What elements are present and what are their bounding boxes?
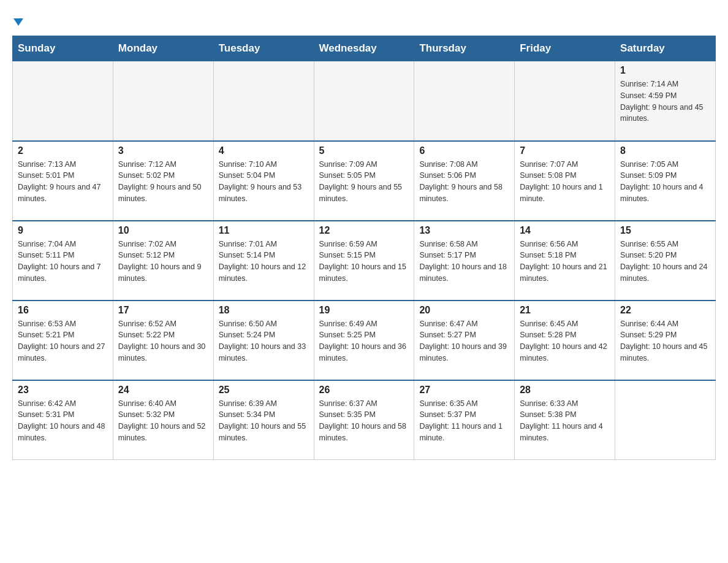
calendar-cell: 12Sunrise: 6:59 AMSunset: 5:15 PMDayligh…	[314, 221, 414, 301]
calendar-cell: 5Sunrise: 7:09 AMSunset: 5:05 PMDaylight…	[314, 141, 414, 221]
calendar-table: SundayMondayTuesdayWednesdayThursdayFrid…	[12, 36, 716, 460]
day-number: 21	[520, 305, 610, 316]
calendar-cell: 4Sunrise: 7:10 AMSunset: 5:04 PMDaylight…	[213, 141, 314, 221]
calendar-cell: 14Sunrise: 6:56 AMSunset: 5:18 PMDayligh…	[515, 221, 615, 301]
calendar-cell	[414, 61, 515, 141]
calendar-cell: 11Sunrise: 7:01 AMSunset: 5:14 PMDayligh…	[213, 221, 314, 301]
day-number: 15	[620, 225, 710, 236]
calendar-cell: 6Sunrise: 7:08 AMSunset: 5:06 PMDaylight…	[414, 141, 515, 221]
calendar-cell: 3Sunrise: 7:12 AMSunset: 5:02 PMDaylight…	[113, 141, 213, 221]
calendar-week-row: 23Sunrise: 6:42 AMSunset: 5:31 PMDayligh…	[13, 380, 716, 460]
day-info: Sunrise: 6:42 AMSunset: 5:31 PMDaylight:…	[18, 398, 108, 444]
day-number: 28	[520, 385, 610, 396]
day-info: Sunrise: 7:13 AMSunset: 5:01 PMDaylight:…	[18, 159, 108, 205]
day-number: 11	[219, 225, 309, 236]
calendar-cell: 2Sunrise: 7:13 AMSunset: 5:01 PMDaylight…	[13, 141, 113, 221]
day-info: Sunrise: 6:35 AMSunset: 5:37 PMDaylight:…	[419, 398, 509, 444]
day-info: Sunrise: 6:33 AMSunset: 5:38 PMDaylight:…	[520, 398, 610, 444]
day-info: Sunrise: 6:52 AMSunset: 5:22 PMDaylight:…	[118, 318, 208, 364]
calendar-cell	[515, 61, 615, 141]
day-number: 8	[620, 145, 710, 156]
page-header	[12, 12, 716, 29]
calendar-cell: 24Sunrise: 6:40 AMSunset: 5:32 PMDayligh…	[113, 380, 213, 460]
day-number: 4	[219, 145, 309, 156]
day-number: 12	[319, 225, 409, 236]
calendar-cell: 17Sunrise: 6:52 AMSunset: 5:22 PMDayligh…	[113, 301, 213, 380]
day-number: 6	[419, 145, 509, 156]
day-number: 19	[319, 305, 409, 316]
day-number: 5	[319, 145, 409, 156]
calendar-cell: 26Sunrise: 6:37 AMSunset: 5:35 PMDayligh…	[314, 380, 414, 460]
day-info: Sunrise: 7:02 AMSunset: 5:12 PMDaylight:…	[118, 239, 208, 285]
day-info: Sunrise: 6:45 AMSunset: 5:28 PMDaylight:…	[520, 318, 610, 364]
day-info: Sunrise: 6:40 AMSunset: 5:32 PMDaylight:…	[118, 398, 208, 444]
day-number: 9	[18, 225, 108, 236]
day-info: Sunrise: 6:55 AMSunset: 5:20 PMDaylight:…	[620, 239, 710, 285]
day-info: Sunrise: 7:09 AMSunset: 5:05 PMDaylight:…	[319, 159, 409, 205]
calendar-cell: 25Sunrise: 6:39 AMSunset: 5:34 PMDayligh…	[213, 380, 314, 460]
day-number: 25	[219, 385, 309, 396]
calendar-header-sunday: Sunday	[13, 36, 113, 61]
calendar-cell	[615, 380, 716, 460]
day-number: 10	[118, 225, 208, 236]
calendar-week-row: 9Sunrise: 7:04 AMSunset: 5:11 PMDaylight…	[13, 221, 716, 301]
day-info: Sunrise: 7:10 AMSunset: 5:04 PMDaylight:…	[219, 159, 309, 205]
day-number: 27	[419, 385, 509, 396]
calendar-cell	[113, 61, 213, 141]
calendar-cell: 7Sunrise: 7:07 AMSunset: 5:08 PMDaylight…	[515, 141, 615, 221]
day-number: 20	[419, 305, 509, 316]
day-number: 26	[319, 385, 409, 396]
day-number: 23	[18, 385, 108, 396]
calendar-header-thursday: Thursday	[414, 36, 515, 61]
day-number: 17	[118, 305, 208, 316]
calendar-cell: 8Sunrise: 7:05 AMSunset: 5:09 PMDaylight…	[615, 141, 716, 221]
calendar-cell	[13, 61, 113, 141]
calendar-cell: 18Sunrise: 6:50 AMSunset: 5:24 PMDayligh…	[213, 301, 314, 380]
day-info: Sunrise: 6:56 AMSunset: 5:18 PMDaylight:…	[520, 239, 610, 285]
day-number: 16	[18, 305, 108, 316]
calendar-cell: 1Sunrise: 7:14 AMSunset: 4:59 PMDaylight…	[615, 61, 716, 141]
calendar-header-friday: Friday	[515, 36, 615, 61]
day-info: Sunrise: 6:53 AMSunset: 5:21 PMDaylight:…	[18, 318, 108, 364]
day-info: Sunrise: 7:12 AMSunset: 5:02 PMDaylight:…	[118, 159, 208, 205]
calendar-cell	[314, 61, 414, 141]
calendar-cell: 27Sunrise: 6:35 AMSunset: 5:37 PMDayligh…	[414, 380, 515, 460]
calendar-cell: 23Sunrise: 6:42 AMSunset: 5:31 PMDayligh…	[13, 380, 113, 460]
day-number: 13	[419, 225, 509, 236]
day-number: 1	[620, 65, 710, 76]
day-info: Sunrise: 6:39 AMSunset: 5:34 PMDaylight:…	[219, 398, 309, 444]
calendar-cell: 13Sunrise: 6:58 AMSunset: 5:17 PMDayligh…	[414, 221, 515, 301]
calendar-cell: 20Sunrise: 6:47 AMSunset: 5:27 PMDayligh…	[414, 301, 515, 380]
calendar-week-row: 2Sunrise: 7:13 AMSunset: 5:01 PMDaylight…	[13, 141, 716, 221]
day-number: 18	[219, 305, 309, 316]
calendar-header-wednesday: Wednesday	[314, 36, 414, 61]
calendar-header-saturday: Saturday	[615, 36, 716, 61]
day-number: 22	[620, 305, 710, 316]
day-info: Sunrise: 6:58 AMSunset: 5:17 PMDaylight:…	[419, 239, 509, 285]
calendar-cell	[213, 61, 314, 141]
calendar-week-row: 16Sunrise: 6:53 AMSunset: 5:21 PMDayligh…	[13, 301, 716, 380]
day-info: Sunrise: 7:04 AMSunset: 5:11 PMDaylight:…	[18, 239, 108, 285]
calendar-cell: 16Sunrise: 6:53 AMSunset: 5:21 PMDayligh…	[13, 301, 113, 380]
calendar-cell: 21Sunrise: 6:45 AMSunset: 5:28 PMDayligh…	[515, 301, 615, 380]
calendar-header-tuesday: Tuesday	[213, 36, 314, 61]
day-info: Sunrise: 6:50 AMSunset: 5:24 PMDaylight:…	[219, 318, 309, 364]
day-info: Sunrise: 7:14 AMSunset: 4:59 PMDaylight:…	[620, 79, 710, 124]
calendar-cell: 15Sunrise: 6:55 AMSunset: 5:20 PMDayligh…	[615, 221, 716, 301]
calendar-cell: 9Sunrise: 7:04 AMSunset: 5:11 PMDaylight…	[13, 221, 113, 301]
calendar-header-row: SundayMondayTuesdayWednesdayThursdayFrid…	[13, 36, 716, 61]
day-info: Sunrise: 6:59 AMSunset: 5:15 PMDaylight:…	[319, 239, 409, 285]
day-info: Sunrise: 7:07 AMSunset: 5:08 PMDaylight:…	[520, 159, 610, 205]
day-number: 14	[520, 225, 610, 236]
day-info: Sunrise: 7:08 AMSunset: 5:06 PMDaylight:…	[419, 159, 509, 205]
calendar-week-row: 1Sunrise: 7:14 AMSunset: 4:59 PMDaylight…	[13, 61, 716, 141]
calendar-cell: 19Sunrise: 6:49 AMSunset: 5:25 PMDayligh…	[314, 301, 414, 380]
calendar-cell: 28Sunrise: 6:33 AMSunset: 5:38 PMDayligh…	[515, 380, 615, 460]
day-info: Sunrise: 7:01 AMSunset: 5:14 PMDaylight:…	[219, 239, 309, 285]
logo-triangle-icon	[13, 18, 23, 26]
calendar-cell: 22Sunrise: 6:44 AMSunset: 5:29 PMDayligh…	[615, 301, 716, 380]
day-info: Sunrise: 6:47 AMSunset: 5:27 PMDaylight:…	[419, 318, 509, 364]
calendar-cell: 10Sunrise: 7:02 AMSunset: 5:12 PMDayligh…	[113, 221, 213, 301]
logo	[12, 12, 23, 29]
day-number: 3	[118, 145, 208, 156]
